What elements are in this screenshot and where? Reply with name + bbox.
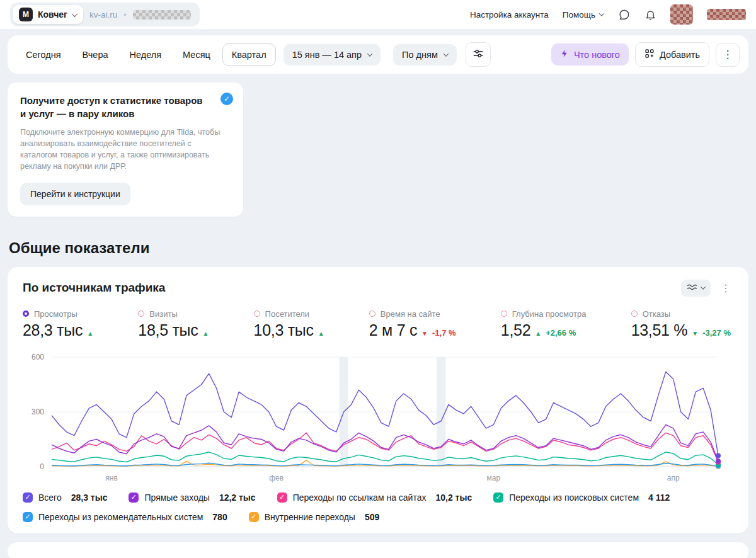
header-actions: Настройка аккаунта Помощь — [470, 4, 746, 25]
date-range-picker[interactable]: 15 янв — 14 апр — [284, 44, 381, 65]
wave-lines-icon — [687, 283, 697, 293]
add-grid-icon — [644, 48, 655, 60]
metric-marker-icon — [501, 310, 507, 317]
metric-card[interactable]: Отказы13,51 %▼-3,27 % — [631, 309, 731, 339]
checkbox-checked-icon[interactable]: ✓ — [249, 512, 259, 522]
legend-label: Переходы по ссылкам на сайтах — [293, 493, 427, 503]
chevron-down-icon — [71, 11, 77, 17]
help-label: Помощь — [563, 10, 595, 20]
legend-label: Прямые заходы — [144, 493, 209, 503]
metric-card[interactable]: Просмотры28,3 тыс▲ — [23, 309, 93, 339]
legend-label: Переходы из рекомендательных систем — [38, 512, 203, 522]
widget-menu-button[interactable]: ⋮ — [718, 281, 733, 295]
promo-instruction-button[interactable]: Перейти к инструкции — [20, 183, 130, 205]
sliders-icon — [472, 48, 484, 61]
metrica-logo-icon: M — [19, 8, 33, 21]
svg-text:мар: мар — [487, 474, 501, 482]
checkbox-checked-icon[interactable]: ✓ — [129, 493, 139, 503]
site-domain-link[interactable]: kv-ai.ru — [89, 10, 117, 20]
granularity-value: По дням — [402, 50, 438, 60]
counter-name: Ковчег — [38, 9, 67, 20]
metrics-row: Просмотры28,3 тыс▲Визиты18,5 тыс▲Посетит… — [23, 309, 733, 339]
metric-label: Отказы — [643, 309, 670, 319]
svg-text:600: 600 — [32, 353, 44, 362]
account-settings-link[interactable]: Настройка аккаунта — [470, 10, 549, 20]
chevron-down-icon — [599, 11, 604, 16]
legend-item[interactable]: ✓Переходы по ссылкам на сайтах10,2 тыс — [277, 493, 472, 503]
toolbar-menu-button[interactable]: ⋮ — [716, 43, 740, 67]
chevron-down-icon — [444, 51, 449, 56]
section-title: Общие показатели — [9, 239, 747, 257]
period-tabs: СегодняВчераНеделяМесяцКвартал — [16, 43, 276, 66]
legend-item[interactable]: ✓Всего28,3 тыс — [23, 493, 107, 503]
date-range-value: 15 янв — 14 апр — [292, 50, 362, 60]
metric-label: Время на сайте — [381, 309, 440, 319]
legend-value: 10,2 тыс — [435, 493, 472, 503]
metric-label: Глубина просмотра — [512, 309, 587, 319]
avatar[interactable] — [670, 4, 693, 25]
legend-item[interactable]: ✓Переходы из рекомендательных систем780 — [23, 512, 227, 522]
censored-user-name — [707, 9, 746, 20]
metric-value: 13,51 % — [631, 321, 688, 339]
svg-text:0: 0 — [40, 462, 44, 471]
add-label: Добавить — [660, 50, 700, 60]
traffic-chart[interactable]: 0300600янвфевмарапр — [23, 350, 733, 487]
svg-text:апр: апр — [667, 474, 680, 482]
counter-pill[interactable]: M Ковчег — [13, 5, 83, 24]
metric-label: Просмотры — [34, 309, 77, 319]
promo-card: ✓ Получите доступ к статистике товаров и… — [8, 83, 243, 217]
top-header: M Ковчег kv-ai.ru • Настройка аккаунта П… — [0, 0, 756, 29]
legend-item[interactable]: ✓Переходы из поисковых систем4 112 — [493, 493, 670, 503]
metric-marker-icon — [138, 310, 144, 317]
trend-up-icon: ▲ — [202, 330, 209, 337]
period-tab[interactable]: Месяц — [173, 43, 220, 66]
filters-button[interactable] — [466, 42, 491, 67]
check-badge-icon: ✓ — [220, 93, 233, 105]
metric-card[interactable]: Визиты18,5 тыс▲ — [138, 309, 209, 339]
metric-card[interactable]: Глубина просмотра1,52▲+2,66 % — [501, 309, 587, 339]
checkbox-checked-icon[interactable]: ✓ — [23, 512, 33, 522]
chart-type-select[interactable] — [681, 280, 711, 297]
svg-text:фев: фев — [269, 474, 284, 482]
separator-dot: • — [123, 10, 127, 20]
legend-item[interactable]: ✓Прямые заходы12,2 тыс — [129, 493, 255, 503]
metric-marker-icon — [23, 310, 29, 317]
bell-icon[interactable] — [644, 8, 656, 21]
chevron-down-icon — [367, 51, 372, 56]
checkbox-checked-icon[interactable]: ✓ — [23, 493, 33, 503]
lightning-icon — [560, 49, 569, 60]
trend-up-icon: ▲ — [535, 330, 541, 337]
checkbox-checked-icon[interactable]: ✓ — [277, 493, 287, 503]
whats-new-button[interactable]: Что нового — [551, 43, 629, 65]
trend-down-icon: ▼ — [692, 330, 698, 337]
counter-switcher[interactable]: M Ковчег kv-ai.ru • — [10, 3, 200, 26]
widget-header: По источникам трафика ⋮ — [23, 280, 733, 297]
period-tab[interactable]: Неделя — [120, 43, 171, 66]
trend-down-icon: ▼ — [421, 330, 428, 337]
traffic-sources-widget: По источникам трафика ⋮ Просмотры28,3 ты… — [8, 267, 748, 533]
metric-delta: -3,27 % — [702, 328, 731, 338]
help-menu[interactable]: Помощь — [563, 10, 604, 20]
metric-marker-icon — [254, 310, 260, 317]
chat-icon[interactable] — [617, 8, 630, 21]
legend-value: 12,2 тыс — [219, 493, 256, 503]
trend-up-icon: ▲ — [318, 330, 324, 337]
metric-card[interactable]: Посетители10,3 тыс▲ — [254, 309, 324, 339]
metric-marker-icon — [369, 310, 375, 317]
legend-label: Всего — [38, 493, 62, 503]
legend-value: 28,3 тыс — [71, 493, 108, 503]
add-widget-button[interactable]: Добавить — [635, 42, 709, 67]
legend-item[interactable]: ✓Внутренние переходы509 — [249, 512, 380, 522]
period-tab[interactable]: Вчера — [73, 43, 118, 66]
whats-new-label: Что нового — [574, 50, 620, 60]
metric-label: Посетители — [265, 309, 310, 319]
legend-label: Переходы из поисковых систем — [509, 493, 639, 503]
metric-card[interactable]: Время на сайте2 м 7 с▼-1,7 % — [369, 309, 456, 339]
legend-value: 509 — [365, 512, 379, 522]
checkbox-checked-icon[interactable]: ✓ — [493, 493, 503, 503]
toolbar: СегодняВчераНеделяМесяцКвартал 15 янв — … — [8, 35, 748, 74]
metric-marker-icon — [631, 310, 638, 317]
granularity-select[interactable]: По дням — [393, 44, 457, 65]
period-tab[interactable]: Квартал — [222, 43, 276, 66]
period-tab[interactable]: Сегодня — [16, 43, 71, 66]
